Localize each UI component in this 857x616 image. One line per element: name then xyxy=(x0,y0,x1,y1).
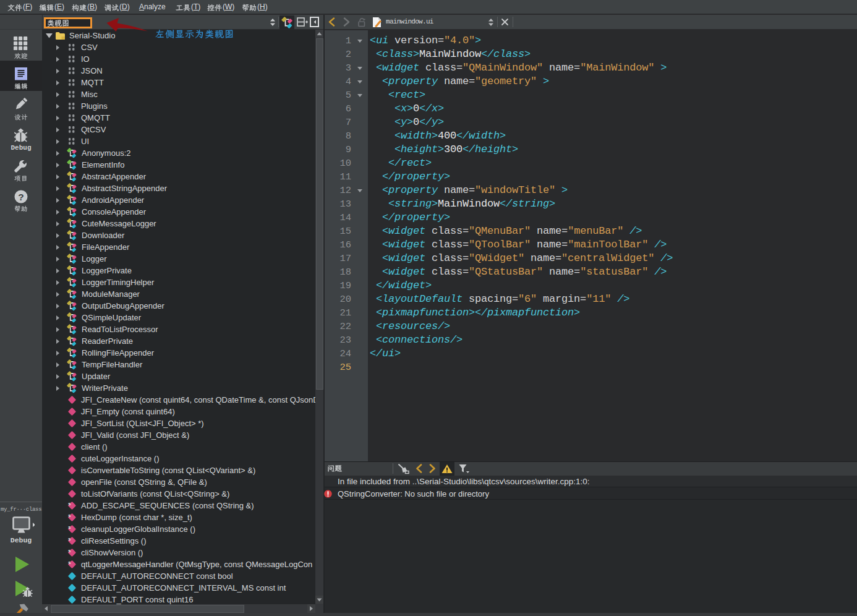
svg-text:s: s xyxy=(68,513,70,518)
svg-text:?: ? xyxy=(18,191,23,202)
svg-text:s: s xyxy=(68,525,70,530)
svg-text:s: s xyxy=(68,502,70,507)
svg-text:s: s xyxy=(68,560,70,565)
svg-text:s: s xyxy=(68,549,70,554)
svg-text:s: s xyxy=(68,537,70,542)
